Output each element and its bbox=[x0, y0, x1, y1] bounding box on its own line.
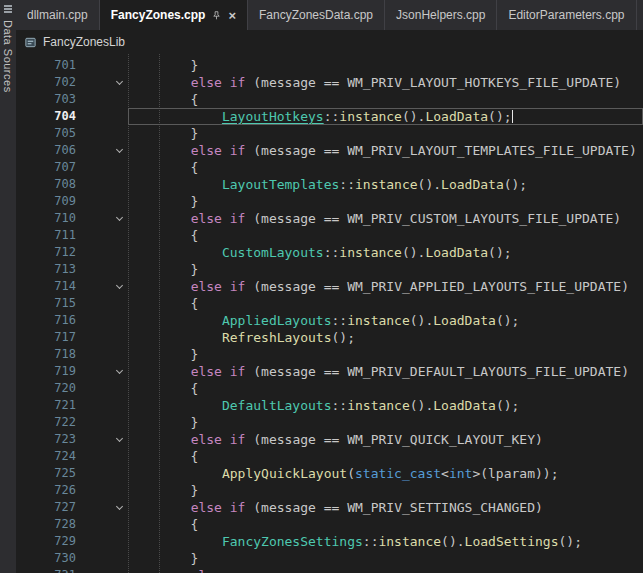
gutter[interactable]: 707 bbox=[16, 159, 128, 176]
gutter[interactable]: 724 bbox=[16, 448, 128, 465]
code-text[interactable]: } bbox=[128, 261, 643, 278]
code-text[interactable]: else if (message == WM_PRIV_DEFAULT_LAYO… bbox=[128, 363, 643, 380]
code-text[interactable]: } bbox=[128, 57, 643, 74]
gutter[interactable]: 711 bbox=[16, 227, 128, 244]
code-line-716[interactable]: 716 AppliedLayouts::instance().LoadData(… bbox=[16, 312, 643, 329]
code-text[interactable]: } bbox=[128, 482, 643, 499]
code-text[interactable]: FancyZonesSettings::instance().LoadSetti… bbox=[128, 533, 643, 550]
close-icon[interactable]: × bbox=[228, 9, 236, 22]
fold-chevron-down-icon[interactable] bbox=[110, 278, 128, 295]
gutter[interactable]: 720 bbox=[16, 380, 128, 397]
code-line-711[interactable]: 711 { bbox=[16, 227, 643, 244]
code-line-707[interactable]: 707 { bbox=[16, 159, 643, 176]
gutter[interactable]: 722 bbox=[16, 414, 128, 431]
code-line-728[interactable]: 728 { bbox=[16, 516, 643, 533]
fold-chevron-down-icon[interactable] bbox=[110, 363, 128, 380]
gutter[interactable]: 727 bbox=[16, 499, 128, 516]
gutter[interactable]: 716 bbox=[16, 312, 128, 329]
gutter[interactable]: 723 bbox=[16, 431, 128, 448]
gutter[interactable]: 714 bbox=[16, 278, 128, 295]
code-text[interactable]: else if (message == WM_PRIV_QUICK_LAYOUT… bbox=[128, 431, 643, 448]
code-text[interactable]: RefreshLayouts(); bbox=[128, 329, 643, 346]
gutter[interactable]: 712 bbox=[16, 244, 128, 261]
gutter[interactable]: 719 bbox=[16, 363, 128, 380]
code-line-720[interactable]: 720 { bbox=[16, 380, 643, 397]
code-text[interactable]: else if (message == WM_PRIV_LAYOUT_TEMPL… bbox=[128, 142, 643, 159]
tool-window-tab-data-sources[interactable]: Data Sources bbox=[2, 20, 14, 93]
code-line-713[interactable]: 713 } bbox=[16, 261, 643, 278]
code-line-719[interactable]: 719 else if (message == WM_PRIV_DEFAULT_… bbox=[16, 363, 643, 380]
tab-dllmain-cpp[interactable]: dllmain.cpp bbox=[16, 0, 100, 30]
gutter[interactable]: 701 bbox=[16, 57, 128, 74]
pin-icon[interactable] bbox=[211, 10, 222, 21]
fold-chevron-down-icon[interactable] bbox=[110, 499, 128, 516]
code-line-729[interactable]: 729 FancyZonesSettings::instance().LoadS… bbox=[16, 533, 643, 550]
code-text[interactable]: } bbox=[128, 346, 643, 363]
gutter[interactable]: 704 bbox=[16, 108, 128, 125]
code-text[interactable]: { bbox=[128, 380, 643, 397]
code-line-712[interactable]: 712 CustomLayouts::instance().LoadData()… bbox=[16, 244, 643, 261]
code-line-730[interactable]: 730 } bbox=[16, 550, 643, 567]
gutter[interactable]: 702 bbox=[16, 74, 128, 91]
code-line-710[interactable]: 710 else if (message == WM_PRIV_CUSTOM_L… bbox=[16, 210, 643, 227]
fold-chevron-down-icon[interactable] bbox=[110, 431, 128, 448]
code-line-726[interactable]: 726 } bbox=[16, 482, 643, 499]
gutter[interactable]: 729 bbox=[16, 533, 128, 550]
code-line-717[interactable]: 717 RefreshLayouts(); bbox=[16, 329, 643, 346]
code-line-714[interactable]: 714 else if (message == WM_PRIV_APPLIED_… bbox=[16, 278, 643, 295]
fold-chevron-down-icon[interactable] bbox=[110, 567, 128, 573]
code-line-704[interactable]: 704 LayoutHotkeys::instance().LoadData()… bbox=[16, 108, 643, 125]
gutter[interactable]: 708 bbox=[16, 176, 128, 193]
code-text[interactable]: else if (message == WM_PRIV_CUSTOM_LAYOU… bbox=[128, 210, 643, 227]
code-text[interactable]: else if (message == WM_PRIV_LAYOUT_HOTKE… bbox=[128, 74, 643, 91]
code-text[interactable]: { bbox=[128, 295, 643, 312]
gutter[interactable]: 725 bbox=[16, 465, 128, 482]
gutter[interactable]: 728 bbox=[16, 516, 128, 533]
fold-chevron-down-icon[interactable] bbox=[110, 210, 128, 227]
fold-chevron-down-icon[interactable] bbox=[110, 74, 128, 91]
code-text[interactable]: } bbox=[128, 414, 643, 431]
code-line-725[interactable]: 725 ApplyQuickLayout(static_cast<int>(lp… bbox=[16, 465, 643, 482]
code-text[interactable]: { bbox=[128, 159, 643, 176]
code-text[interactable]: AppliedLayouts::instance().LoadData(); bbox=[128, 312, 643, 329]
gutter[interactable]: 721 bbox=[16, 397, 128, 414]
code-line-708[interactable]: 708 LayoutTemplates::instance().LoadData… bbox=[16, 176, 643, 193]
code-editor[interactable]: 701 }702 else if (message == WM_PRIV_LAY… bbox=[16, 54, 643, 573]
gutter[interactable]: 730 bbox=[16, 550, 128, 567]
gutter[interactable]: 715 bbox=[16, 295, 128, 312]
gutter[interactable]: 709 bbox=[16, 193, 128, 210]
code-text[interactable]: DefaultLayouts::instance().LoadData(); bbox=[128, 397, 643, 414]
code-text[interactable]: LayoutHotkeys::instance().LoadData(); bbox=[128, 108, 643, 125]
code-line-706[interactable]: 706 else if (message == WM_PRIV_LAYOUT_T… bbox=[16, 142, 643, 159]
code-text[interactable]: CustomLayouts::instance().LoadData(); bbox=[128, 244, 643, 261]
gutter[interactable]: 717 bbox=[16, 329, 128, 346]
breadcrumb-bar[interactable]: FancyZonesLib bbox=[16, 30, 643, 54]
code-line-722[interactable]: 722 } bbox=[16, 414, 643, 431]
code-text[interactable]: { bbox=[128, 448, 643, 465]
code-line-723[interactable]: 723 else if (message == WM_PRIV_QUICK_LA… bbox=[16, 431, 643, 448]
gutter[interactable]: 710 bbox=[16, 210, 128, 227]
code-line-727[interactable]: 727 else if (message == WM_PRIV_SETTINGS… bbox=[16, 499, 643, 516]
code-text[interactable]: else bbox=[128, 567, 643, 573]
code-line-721[interactable]: 721 DefaultLayouts::instance().LoadData(… bbox=[16, 397, 643, 414]
code-text[interactable]: LayoutTemplates::instance().LoadData(); bbox=[128, 176, 643, 193]
tab-fancyzones-cpp[interactable]: FancyZones.cpp× bbox=[100, 0, 248, 30]
code-line-709[interactable]: 709 } bbox=[16, 193, 643, 210]
code-line-703[interactable]: 703 { bbox=[16, 91, 643, 108]
code-line-702[interactable]: 702 else if (message == WM_PRIV_LAYOUT_H… bbox=[16, 74, 643, 91]
code-text[interactable]: } bbox=[128, 550, 643, 567]
tab-jsonhelpers-cpp[interactable]: JsonHelpers.cpp bbox=[385, 0, 497, 30]
tab-fancyzonesdata-cpp[interactable]: FancyZonesData.cpp bbox=[248, 0, 385, 30]
code-text[interactable]: } bbox=[128, 125, 643, 142]
code-text[interactable]: else if (message == WM_PRIV_SETTINGS_CHA… bbox=[128, 499, 643, 516]
gutter[interactable]: 703 bbox=[16, 91, 128, 108]
code-line-705[interactable]: 705 } bbox=[16, 125, 643, 142]
gutter[interactable]: 731 bbox=[16, 567, 128, 573]
code-line-724[interactable]: 724 { bbox=[16, 448, 643, 465]
gutter[interactable]: 713 bbox=[16, 261, 128, 278]
gutter[interactable]: 705 bbox=[16, 125, 128, 142]
code-line-715[interactable]: 715 { bbox=[16, 295, 643, 312]
code-text[interactable]: else if (message == WM_PRIV_APPLIED_LAYO… bbox=[128, 278, 643, 295]
code-line-718[interactable]: 718 } bbox=[16, 346, 643, 363]
gutter[interactable]: 718 bbox=[16, 346, 128, 363]
